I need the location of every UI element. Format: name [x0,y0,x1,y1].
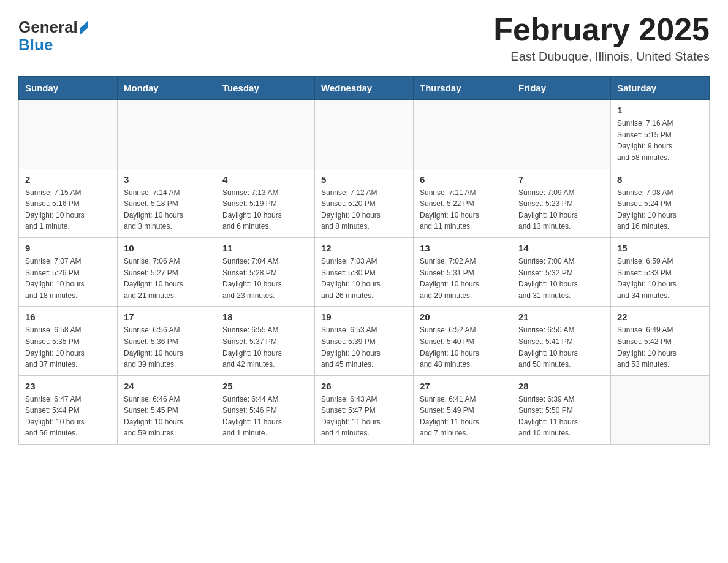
day-number: 11 [222,243,308,253]
table-row: 10Sunrise: 7:06 AM Sunset: 5:27 PM Dayli… [118,237,216,306]
day-info: Sunrise: 6:50 AM Sunset: 5:41 PM Dayligh… [518,324,604,370]
day-number: 9 [25,243,111,253]
day-info: Sunrise: 6:46 AM Sunset: 5:45 PM Dayligh… [124,394,210,439]
day-info: Sunrise: 7:00 AM Sunset: 5:32 PM Dayligh… [518,256,604,301]
logo-text-general: General [18,18,78,36]
header-saturday: Saturday [611,77,710,100]
day-number: 17 [124,312,210,322]
table-row [19,100,118,169]
day-number: 10 [124,243,210,253]
logo: General Blue [18,18,88,53]
week-row-5: 23Sunrise: 6:47 AM Sunset: 5:44 PM Dayli… [19,375,710,444]
page-header: General Blue February 2025 East Dubuque,… [18,12,710,64]
day-info: Sunrise: 6:53 AM Sunset: 5:39 PM Dayligh… [321,324,407,370]
title-section: February 2025 East Dubuque, Illinois, Un… [493,12,710,64]
table-row: 14Sunrise: 7:00 AM Sunset: 5:32 PM Dayli… [512,237,611,306]
day-info: Sunrise: 6:39 AM Sunset: 5:50 PM Dayligh… [518,394,604,439]
day-number: 14 [518,243,604,253]
day-info: Sunrise: 7:03 AM Sunset: 5:30 PM Dayligh… [321,256,407,301]
day-info: Sunrise: 7:07 AM Sunset: 5:26 PM Dayligh… [25,256,111,301]
table-row: 19Sunrise: 6:53 AM Sunset: 5:39 PM Dayli… [315,307,414,375]
day-info: Sunrise: 7:09 AM Sunset: 5:23 PM Dayligh… [518,187,604,232]
day-info: Sunrise: 6:52 AM Sunset: 5:40 PM Dayligh… [420,324,506,370]
table-row: 22Sunrise: 6:49 AM Sunset: 5:42 PM Dayli… [611,307,710,375]
table-row: 18Sunrise: 6:55 AM Sunset: 5:37 PM Dayli… [216,307,315,375]
day-number: 13 [420,243,506,253]
day-number: 28 [518,381,604,391]
day-info: Sunrise: 7:12 AM Sunset: 5:20 PM Dayligh… [321,187,407,232]
day-number: 21 [518,312,604,322]
day-number: 8 [617,174,703,185]
table-row [118,100,216,169]
day-number: 2 [25,174,111,185]
weekday-header-row: Sunday Monday Tuesday Wednesday Thursday… [19,77,710,100]
day-info: Sunrise: 7:08 AM Sunset: 5:24 PM Dayligh… [617,187,703,232]
day-number: 4 [222,174,308,185]
day-info: Sunrise: 7:11 AM Sunset: 5:22 PM Dayligh… [420,187,506,232]
day-info: Sunrise: 7:06 AM Sunset: 5:27 PM Dayligh… [124,256,210,301]
table-row: 17Sunrise: 6:56 AM Sunset: 5:36 PM Dayli… [118,307,216,375]
day-number: 3 [124,174,210,185]
day-info: Sunrise: 6:55 AM Sunset: 5:37 PM Dayligh… [222,324,308,370]
table-row: 1Sunrise: 7:16 AM Sunset: 5:15 PM Daylig… [611,100,710,169]
header-tuesday: Tuesday [216,77,315,100]
day-number: 26 [321,381,407,391]
day-info: Sunrise: 7:04 AM Sunset: 5:28 PM Dayligh… [222,256,308,301]
day-number: 5 [321,174,407,185]
day-number: 27 [420,381,506,391]
table-row: 12Sunrise: 7:03 AM Sunset: 5:30 PM Dayli… [315,237,414,306]
day-info: Sunrise: 6:44 AM Sunset: 5:46 PM Dayligh… [222,394,308,439]
week-row-1: 1Sunrise: 7:16 AM Sunset: 5:15 PM Daylig… [19,100,710,169]
day-number: 12 [321,243,407,253]
day-info: Sunrise: 6:58 AM Sunset: 5:35 PM Dayligh… [25,324,111,370]
day-info: Sunrise: 6:43 AM Sunset: 5:47 PM Dayligh… [321,394,407,439]
table-row: 26Sunrise: 6:43 AM Sunset: 5:47 PM Dayli… [315,375,414,444]
table-row: 11Sunrise: 7:04 AM Sunset: 5:28 PM Dayli… [216,237,315,306]
day-number: 22 [617,312,703,322]
day-info: Sunrise: 6:47 AM Sunset: 5:44 PM Dayligh… [25,394,111,439]
day-number: 15 [617,243,703,253]
day-number: 25 [222,381,308,391]
day-info: Sunrise: 6:49 AM Sunset: 5:42 PM Dayligh… [617,324,703,370]
table-row: 2Sunrise: 7:15 AM Sunset: 5:16 PM Daylig… [19,169,118,237]
day-number: 19 [321,312,407,322]
day-number: 16 [25,312,111,322]
table-row: 9Sunrise: 7:07 AM Sunset: 5:26 PM Daylig… [19,237,118,306]
table-row: 15Sunrise: 6:59 AM Sunset: 5:33 PM Dayli… [611,237,710,306]
day-info: Sunrise: 7:14 AM Sunset: 5:18 PM Dayligh… [124,187,210,232]
week-row-2: 2Sunrise: 7:15 AM Sunset: 5:16 PM Daylig… [19,169,710,237]
table-row: 24Sunrise: 6:46 AM Sunset: 5:45 PM Dayli… [118,375,216,444]
logo-text-blue: Blue [18,36,53,54]
table-row: 5Sunrise: 7:12 AM Sunset: 5:20 PM Daylig… [315,169,414,237]
table-row [611,375,710,444]
table-row: 23Sunrise: 6:47 AM Sunset: 5:44 PM Dayli… [19,375,118,444]
day-number: 7 [518,174,604,185]
table-row [512,100,611,169]
day-info: Sunrise: 7:02 AM Sunset: 5:31 PM Dayligh… [420,256,506,301]
header-friday: Friday [512,77,611,100]
month-title: February 2025 [493,12,710,47]
day-number: 18 [222,312,308,322]
table-row: 27Sunrise: 6:41 AM Sunset: 5:49 PM Dayli… [414,375,512,444]
table-row [414,100,512,169]
table-row: 4Sunrise: 7:13 AM Sunset: 5:19 PM Daylig… [216,169,315,237]
header-thursday: Thursday [414,77,512,100]
day-info: Sunrise: 7:13 AM Sunset: 5:19 PM Dayligh… [222,187,308,232]
table-row: 16Sunrise: 6:58 AM Sunset: 5:35 PM Dayli… [19,307,118,375]
location-subtitle: East Dubuque, Illinois, United States [493,50,710,64]
week-row-3: 9Sunrise: 7:07 AM Sunset: 5:26 PM Daylig… [19,237,710,306]
table-row: 28Sunrise: 6:39 AM Sunset: 5:50 PM Dayli… [512,375,611,444]
day-number: 23 [25,381,111,391]
table-row: 20Sunrise: 6:52 AM Sunset: 5:40 PM Dayli… [414,307,512,375]
day-info: Sunrise: 7:16 AM Sunset: 5:15 PM Dayligh… [617,118,703,163]
table-row: 3Sunrise: 7:14 AM Sunset: 5:18 PM Daylig… [118,169,216,237]
day-info: Sunrise: 6:56 AM Sunset: 5:36 PM Dayligh… [124,324,210,370]
day-number: 6 [420,174,506,185]
day-number: 20 [420,312,506,322]
table-row: 6Sunrise: 7:11 AM Sunset: 5:22 PM Daylig… [414,169,512,237]
day-info: Sunrise: 6:41 AM Sunset: 5:49 PM Dayligh… [420,394,506,439]
header-sunday: Sunday [19,77,118,100]
table-row: 8Sunrise: 7:08 AM Sunset: 5:24 PM Daylig… [611,169,710,237]
table-row: 25Sunrise: 6:44 AM Sunset: 5:46 PM Dayli… [216,375,315,444]
table-row [315,100,414,169]
